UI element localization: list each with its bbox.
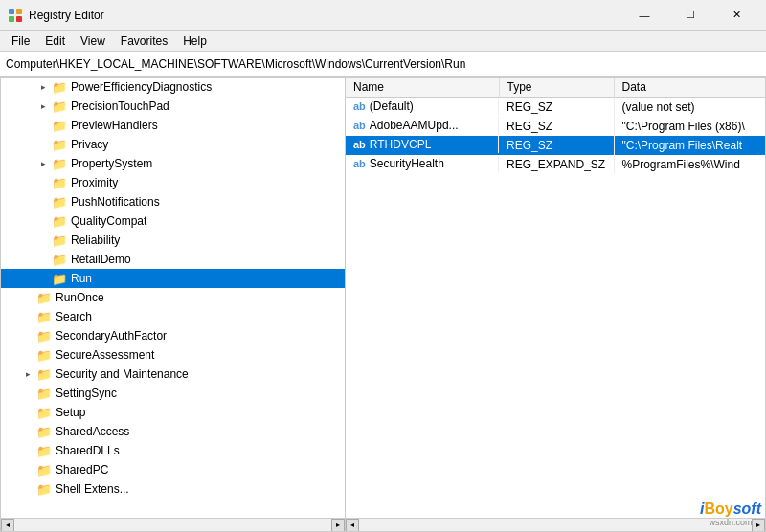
tree-item-reliability[interactable]: Reliability bbox=[1, 231, 345, 250]
name-text-securityhealth: SecurityHealth bbox=[370, 157, 444, 170]
tree-item-settingsync[interactable]: SettingSync bbox=[1, 384, 345, 403]
tree-item-privacy[interactable]: Privacy bbox=[1, 135, 345, 154]
menu-item-edit[interactable]: Edit bbox=[37, 33, 73, 50]
col-data[interactable]: Data bbox=[614, 78, 765, 98]
right-scroll-right-btn[interactable]: ▸ bbox=[752, 519, 765, 532]
menu-bar: FileEditViewFavoritesHelp bbox=[0, 31, 766, 52]
folder-icon-propertysystem bbox=[51, 156, 68, 171]
tree-item-proximity[interactable]: Proximity bbox=[1, 173, 345, 192]
svg-rect-3 bbox=[16, 16, 22, 22]
table-row-default[interactable]: ab(Default)REG_SZ(value not set) bbox=[346, 98, 765, 117]
menu-item-favorites[interactable]: Favorites bbox=[113, 33, 175, 50]
col-type[interactable]: Type bbox=[499, 78, 614, 98]
title-bar: Registry Editor — ☐ ✕ bbox=[0, 0, 766, 31]
col-name[interactable]: Name bbox=[346, 78, 499, 98]
folder-icon-retaildemo bbox=[51, 252, 68, 267]
minimize-button[interactable]: — bbox=[622, 0, 666, 31]
maximize-button[interactable]: ☐ bbox=[668, 0, 712, 31]
expand-icon-qualitycompat bbox=[35, 213, 51, 229]
folder-icon-runonce bbox=[35, 290, 53, 305]
right-scroll[interactable]: Name Type Data ab(Default)REG_SZ(value n… bbox=[346, 78, 765, 518]
tree-item-shareddlls[interactable]: SharedDLLs bbox=[1, 441, 345, 460]
tree-label-run: Run bbox=[71, 272, 92, 285]
tree-label-secureassessment: SecureAssessment bbox=[56, 348, 154, 362]
tree-label-securityandmaintenance: Security and Maintenance bbox=[56, 367, 189, 381]
tree-item-securityandmaintenance[interactable]: Security and Maintenance bbox=[1, 365, 345, 384]
right-h-scroll[interactable]: ◂ ▸ bbox=[346, 518, 765, 531]
tree-item-run[interactable]: Run bbox=[1, 269, 345, 288]
tree-item-powerefficiency[interactable]: PowerEfficiencyDiagnostics bbox=[1, 78, 345, 97]
expand-icon-shareddlls bbox=[20, 443, 35, 458]
title-bar-controls: — ☐ ✕ bbox=[622, 0, 758, 31]
menu-item-view[interactable]: View bbox=[73, 33, 113, 50]
tree-item-secureassessment[interactable]: SecureAssessment bbox=[1, 345, 345, 365]
tree-item-secondaryauthfactor[interactable]: SecondaryAuthFactor bbox=[1, 326, 345, 345]
folder-icon-precisiontouchpad bbox=[51, 99, 68, 114]
cell-type-default: REG_SZ bbox=[499, 98, 614, 117]
folder-icon-search bbox=[35, 309, 53, 324]
tree-item-sharedaccess[interactable]: SharedAccess bbox=[1, 422, 345, 441]
tree-item-retaildemo[interactable]: RetailDemo bbox=[1, 250, 345, 269]
folder-icon-shellextension bbox=[35, 481, 53, 497]
tree-item-setup[interactable]: Setup bbox=[1, 403, 345, 422]
table-row-adobeaamu[interactable]: abAdobeAAMUpd...REG_SZ"C:\Program Files … bbox=[346, 117, 765, 136]
tree-h-scroll[interactable]: ◂ ▸ bbox=[1, 518, 345, 531]
tree-item-previewhandlers[interactable]: PreviewHandlers bbox=[1, 116, 345, 135]
scroll-right-btn[interactable]: ▸ bbox=[331, 519, 345, 532]
tree-item-shellextension[interactable]: Shell Extens... bbox=[1, 479, 345, 499]
folder-icon-previewhandlers bbox=[51, 118, 68, 133]
cell-name-securityhealth: abSecurityHealth bbox=[346, 155, 499, 172]
table-row-securityhealth[interactable]: abSecurityHealthREG_EXPAND_SZ%ProgramFil… bbox=[346, 155, 765, 174]
folder-icon-secondaryauthfactor bbox=[35, 328, 53, 344]
tree-label-retaildemo: RetailDemo bbox=[71, 253, 131, 266]
expand-icon-proximity bbox=[35, 175, 51, 190]
cell-type-securityhealth: REG_EXPAND_SZ bbox=[499, 155, 614, 174]
table-row-rthdvcpl[interactable]: abRTHDVCPLREG_SZ"C:\Program Files\Realt bbox=[346, 136, 765, 155]
tree-item-propertysystem[interactable]: PropertySystem bbox=[1, 154, 345, 173]
right-scroll-left-btn[interactable]: ◂ bbox=[346, 519, 359, 532]
folder-icon-run bbox=[51, 271, 68, 286]
right-scroll-track[interactable] bbox=[359, 519, 752, 531]
tree-panel: PowerEfficiencyDiagnosticsPrecisionTouch… bbox=[1, 78, 346, 531]
cell-data-securityhealth: %ProgramFiles%\Wind bbox=[614, 155, 765, 174]
name-text-rthdvcpl: RTHDVCPL bbox=[370, 138, 431, 151]
expand-icon-shellextension bbox=[20, 481, 35, 497]
cell-data-default: (value not set) bbox=[614, 98, 765, 117]
cell-data-rthdvcpl: "C:\Program Files\Realt bbox=[614, 136, 765, 155]
tree-label-setup: Setup bbox=[56, 406, 85, 419]
folder-icon-sharedpc bbox=[35, 462, 53, 477]
tree-label-proximity: Proximity bbox=[71, 176, 118, 189]
scroll-track[interactable] bbox=[14, 519, 331, 531]
expand-icon-propertysystem[interactable] bbox=[35, 156, 51, 171]
tree-item-precisiontouchpad[interactable]: PrecisionTouchPad bbox=[1, 97, 345, 116]
name-text-default: (Default) bbox=[370, 100, 414, 113]
expand-icon-securityandmaintenance[interactable] bbox=[20, 366, 35, 382]
menu-item-file[interactable]: File bbox=[4, 33, 37, 50]
expand-icon-powerefficiency[interactable] bbox=[35, 79, 51, 95]
close-button[interactable]: ✕ bbox=[714, 0, 758, 31]
expand-icon-runonce bbox=[20, 290, 35, 305]
expand-icon-previewhandlers bbox=[35, 118, 51, 133]
folder-icon-settingsync bbox=[35, 386, 53, 401]
tree-item-pushnotifications[interactable]: PushNotifications bbox=[1, 192, 345, 211]
menu-item-help[interactable]: Help bbox=[175, 33, 214, 50]
expand-icon-retaildemo bbox=[35, 252, 51, 267]
app-icon bbox=[8, 8, 23, 23]
tree-item-runonce[interactable]: RunOnce bbox=[1, 288, 345, 307]
tree-item-sharedpc[interactable]: SharedPC bbox=[1, 460, 345, 479]
tree-scroll[interactable]: PowerEfficiencyDiagnosticsPrecisionTouch… bbox=[1, 78, 345, 518]
expand-icon-search bbox=[20, 309, 35, 324]
cell-type-rthdvcpl: REG_SZ bbox=[499, 136, 614, 155]
folder-icon-proximity bbox=[51, 175, 68, 190]
scroll-left-btn[interactable]: ◂ bbox=[1, 519, 14, 532]
tree-label-previewhandlers: PreviewHandlers bbox=[71, 119, 158, 132]
expand-icon-secondaryauthfactor bbox=[20, 328, 35, 344]
expand-icon-setup bbox=[20, 405, 35, 420]
folder-icon-qualitycompat bbox=[51, 213, 68, 229]
type-icon-adobeaamu: ab bbox=[353, 120, 366, 131]
folder-icon-sharedaccess bbox=[35, 424, 53, 439]
tree-item-search[interactable]: Search bbox=[1, 307, 345, 326]
tree-item-qualitycompat[interactable]: QualityCompat bbox=[1, 211, 345, 231]
cell-name-default: ab(Default) bbox=[346, 98, 499, 115]
expand-icon-precisiontouchpad[interactable] bbox=[35, 99, 51, 114]
